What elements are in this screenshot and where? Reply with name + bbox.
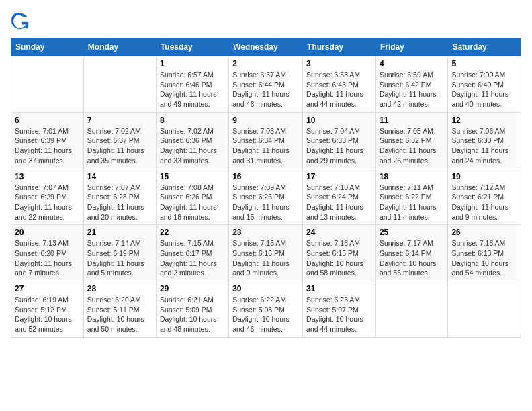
day-info: Sunrise: 7:15 AM Sunset: 6:16 PM Dayligh… (232, 238, 299, 278)
day-number: 23 (232, 228, 299, 237)
calendar-cell (375, 281, 447, 338)
week-row-5: 27Sunrise: 6:19 AM Sunset: 5:12 PM Dayli… (11, 281, 521, 338)
calendar-cell: 11Sunrise: 7:05 AM Sunset: 6:32 PM Dayli… (375, 112, 447, 169)
calendar-cell: 19Sunrise: 7:12 AM Sunset: 6:21 PM Dayli… (448, 169, 521, 225)
day-number: 26 (451, 228, 517, 237)
calendar-cell: 6Sunrise: 7:01 AM Sunset: 6:39 PM Daylig… (11, 112, 84, 169)
day-info: Sunrise: 7:02 AM Sunset: 6:36 PM Dayligh… (160, 126, 225, 166)
day-number: 11 (380, 116, 444, 125)
calendar-cell: 8Sunrise: 7:02 AM Sunset: 6:36 PM Daylig… (156, 112, 228, 169)
calendar-cell: 7Sunrise: 7:02 AM Sunset: 6:37 PM Daylig… (83, 112, 156, 169)
day-info: Sunrise: 6:59 AM Sunset: 6:42 PM Dayligh… (380, 70, 444, 109)
day-number: 1 (160, 59, 225, 68)
calendar-table: SundayMondayTuesdayWednesdayThursdayFrid… (11, 38, 521, 338)
calendar-cell (448, 281, 521, 338)
calendar-cell: 29Sunrise: 6:21 AM Sunset: 5:09 PM Dayli… (156, 281, 228, 338)
day-number: 7 (87, 116, 152, 125)
day-number: 28 (87, 284, 152, 293)
day-number: 8 (160, 116, 225, 125)
calendar-cell: 2Sunrise: 6:57 AM Sunset: 6:44 PM Daylig… (229, 56, 303, 113)
day-info: Sunrise: 7:12 AM Sunset: 6:21 PM Dayligh… (451, 183, 517, 222)
calendar-cell: 25Sunrise: 7:17 AM Sunset: 6:14 PM Dayli… (375, 225, 447, 281)
weekday-header-tuesday: Tuesday (156, 38, 228, 56)
calendar-cell: 31Sunrise: 6:23 AM Sunset: 5:07 PM Dayli… (303, 281, 376, 338)
day-info: Sunrise: 6:57 AM Sunset: 6:46 PM Dayligh… (160, 70, 225, 109)
day-number: 12 (451, 116, 517, 125)
day-number: 2 (232, 59, 299, 68)
day-info: Sunrise: 7:14 AM Sunset: 6:19 PM Dayligh… (87, 238, 152, 278)
calendar-cell: 26Sunrise: 7:18 AM Sunset: 6:13 PM Dayli… (448, 225, 521, 281)
calendar-cell (83, 56, 156, 113)
weekday-header-sunday: Sunday (11, 38, 84, 56)
day-info: Sunrise: 6:19 AM Sunset: 5:12 PM Dayligh… (15, 295, 80, 334)
day-number: 10 (306, 116, 372, 125)
calendar-cell: 13Sunrise: 7:07 AM Sunset: 6:29 PM Dayli… (11, 169, 84, 225)
calendar-cell: 10Sunrise: 7:04 AM Sunset: 6:33 PM Dayli… (303, 112, 376, 169)
day-info: Sunrise: 6:22 AM Sunset: 5:08 PM Dayligh… (232, 295, 299, 334)
day-number: 24 (306, 228, 372, 237)
weekday-header-saturday: Saturday (448, 38, 521, 56)
week-row-3: 13Sunrise: 7:07 AM Sunset: 6:29 PM Dayli… (11, 169, 521, 225)
day-number: 19 (451, 172, 517, 181)
day-number: 14 (87, 172, 152, 181)
week-row-4: 20Sunrise: 7:13 AM Sunset: 6:20 PM Dayli… (11, 225, 521, 281)
weekday-header-wednesday: Wednesday (229, 38, 303, 56)
calendar-cell: 23Sunrise: 7:15 AM Sunset: 6:16 PM Dayli… (229, 225, 303, 281)
day-info: Sunrise: 7:00 AM Sunset: 6:40 PM Dayligh… (451, 70, 517, 109)
day-number: 9 (232, 116, 299, 125)
calendar-cell: 27Sunrise: 6:19 AM Sunset: 5:12 PM Dayli… (11, 281, 84, 338)
weekday-header-friday: Friday (375, 38, 447, 56)
calendar-cell: 18Sunrise: 7:11 AM Sunset: 6:22 PM Dayli… (375, 169, 447, 225)
day-info: Sunrise: 7:18 AM Sunset: 6:13 PM Dayligh… (451, 238, 517, 278)
day-info: Sunrise: 7:04 AM Sunset: 6:33 PM Dayligh… (306, 126, 372, 166)
day-info: Sunrise: 7:07 AM Sunset: 6:28 PM Dayligh… (87, 183, 152, 222)
day-number: 16 (232, 172, 299, 181)
day-number: 5 (451, 59, 517, 68)
week-row-1: 1Sunrise: 6:57 AM Sunset: 6:46 PM Daylig… (11, 56, 521, 113)
day-number: 3 (306, 59, 372, 68)
day-number: 27 (15, 284, 80, 293)
day-number: 29 (160, 284, 225, 293)
day-info: Sunrise: 7:16 AM Sunset: 6:15 PM Dayligh… (306, 238, 372, 278)
day-info: Sunrise: 6:58 AM Sunset: 6:43 PM Dayligh… (306, 70, 372, 109)
calendar-cell (11, 56, 84, 113)
day-number: 4 (380, 59, 444, 68)
calendar-cell: 5Sunrise: 7:00 AM Sunset: 6:40 PM Daylig… (448, 56, 521, 113)
calendar-cell: 4Sunrise: 6:59 AM Sunset: 6:42 PM Daylig… (375, 56, 447, 113)
day-info: Sunrise: 7:11 AM Sunset: 6:22 PM Dayligh… (380, 183, 444, 222)
day-number: 20 (15, 228, 80, 237)
day-info: Sunrise: 6:21 AM Sunset: 5:09 PM Dayligh… (160, 295, 225, 334)
weekday-header-monday: Monday (83, 38, 156, 56)
calendar-cell: 12Sunrise: 7:06 AM Sunset: 6:30 PM Dayli… (448, 112, 521, 169)
calendar-cell: 9Sunrise: 7:03 AM Sunset: 6:34 PM Daylig… (229, 112, 303, 169)
day-number: 6 (15, 116, 80, 125)
day-info: Sunrise: 7:05 AM Sunset: 6:32 PM Dayligh… (380, 126, 444, 166)
weekday-header-thursday: Thursday (303, 38, 376, 56)
day-info: Sunrise: 7:03 AM Sunset: 6:34 PM Dayligh… (232, 126, 299, 166)
day-info: Sunrise: 7:02 AM Sunset: 6:37 PM Dayligh… (87, 126, 152, 166)
calendar-cell: 22Sunrise: 7:15 AM Sunset: 6:17 PM Dayli… (156, 225, 228, 281)
day-number: 31 (306, 284, 372, 293)
calendar-cell: 1Sunrise: 6:57 AM Sunset: 6:46 PM Daylig… (156, 56, 228, 113)
calendar-cell: 17Sunrise: 7:10 AM Sunset: 6:24 PM Dayli… (303, 169, 376, 225)
calendar-cell: 20Sunrise: 7:13 AM Sunset: 6:20 PM Dayli… (11, 225, 84, 281)
day-info: Sunrise: 6:23 AM Sunset: 5:07 PM Dayligh… (306, 295, 372, 334)
calendar-cell: 24Sunrise: 7:16 AM Sunset: 6:15 PM Dayli… (303, 225, 376, 281)
day-number: 18 (380, 172, 444, 181)
day-number: 25 (380, 228, 444, 237)
calendar-cell: 15Sunrise: 7:08 AM Sunset: 6:26 PM Dayli… (156, 169, 228, 225)
calendar-cell: 21Sunrise: 7:14 AM Sunset: 6:19 PM Dayli… (83, 225, 156, 281)
day-number: 17 (306, 172, 372, 181)
week-row-2: 6Sunrise: 7:01 AM Sunset: 6:39 PM Daylig… (11, 112, 521, 169)
day-info: Sunrise: 7:06 AM Sunset: 6:30 PM Dayligh… (451, 126, 517, 166)
calendar-cell: 16Sunrise: 7:09 AM Sunset: 6:25 PM Dayli… (229, 169, 303, 225)
day-info: Sunrise: 7:15 AM Sunset: 6:17 PM Dayligh… (160, 238, 225, 278)
day-info: Sunrise: 7:07 AM Sunset: 6:29 PM Dayligh… (15, 183, 80, 222)
day-info: Sunrise: 7:13 AM Sunset: 6:20 PM Dayligh… (15, 238, 80, 278)
calendar-cell: 28Sunrise: 6:20 AM Sunset: 5:11 PM Dayli… (83, 281, 156, 338)
weekday-header-row: SundayMondayTuesdayWednesdayThursdayFrid… (11, 38, 521, 56)
day-number: 13 (15, 172, 80, 181)
day-info: Sunrise: 7:08 AM Sunset: 6:26 PM Dayligh… (160, 183, 225, 222)
logo (11, 11, 32, 30)
day-number: 15 (160, 172, 225, 181)
